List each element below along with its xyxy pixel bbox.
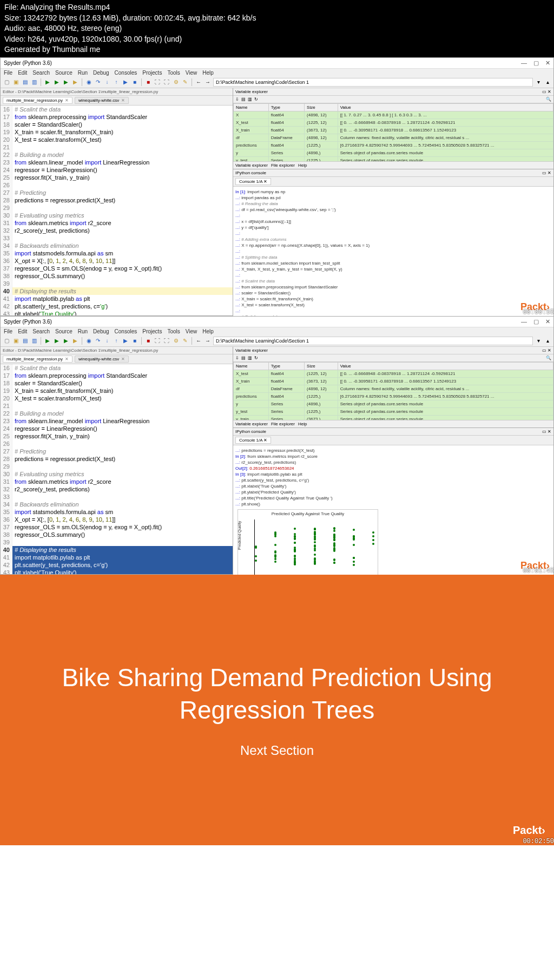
code-line[interactable]: 28predictions = regressor.predict(X_test… — [1, 196, 233, 204]
tab-multiple-linear-regression[interactable]: multiple_linear_regression.py✕ — [3, 356, 72, 363]
variable-row[interactable]: Xfloat64(4898, 12)[[ 1. 7. 0.27 ... 3. 0… — [234, 111, 553, 119]
run-cell-icon[interactable]: ▶ — [53, 78, 61, 86]
menu-projects[interactable]: Projects — [142, 70, 162, 76]
refresh-icon[interactable]: ↻ — [254, 97, 258, 102]
parent-dir-icon[interactable]: ▴ — [544, 337, 551, 345]
maximize-pane-icon[interactable]: ⛶ — [154, 337, 161, 345]
menu-tools[interactable]: Tools — [167, 70, 180, 76]
code-line[interactable]: 30# Evaluating using metrics — [1, 470, 233, 478]
step-over-icon[interactable]: ↷ — [94, 78, 102, 86]
step-out-icon[interactable]: ↑ — [113, 337, 120, 345]
run-icon[interactable]: ▶ — [44, 78, 51, 86]
variable-row[interactable]: ySeries(4898,)Series object of pandas.co… — [234, 149, 553, 156]
back-icon[interactable]: ← — [195, 337, 202, 345]
code-line[interactable]: 20X_test = scaler.transform(X_test) — [1, 136, 233, 143]
col-name[interactable]: Name — [234, 103, 269, 111]
minimize-button[interactable]: — — [521, 60, 527, 67]
import-data-icon[interactable]: ⇩ — [235, 356, 239, 360]
save-all-icon[interactable]: ▥ — [30, 78, 38, 86]
code-line[interactable]: 31from sklearn.metrics import r2_score — [1, 219, 233, 227]
tab-winequality-csv[interactable]: winequality-white.csv✕ — [75, 356, 129, 363]
refresh-icon[interactable]: ↻ — [254, 356, 258, 360]
menu-tools[interactable]: Tools — [167, 328, 180, 334]
new-file-icon[interactable]: ▢ — [3, 337, 10, 345]
menu-edit[interactable]: Edit — [18, 70, 27, 76]
menu-consoles[interactable]: Consoles — [115, 328, 137, 334]
fullscreen-icon[interactable]: ⛶ — [163, 78, 170, 86]
menu-run[interactable]: Run — [78, 70, 88, 76]
parent-dir-icon[interactable]: ▴ — [544, 78, 551, 86]
stop-debug-icon[interactable]: ■ — [131, 78, 138, 86]
debug-icon[interactable]: ◉ — [85, 78, 93, 86]
search-icon[interactable]: 🔍 — [546, 356, 551, 360]
code-line[interactable]: 39 — [1, 280, 233, 287]
code-line[interactable]: 17from sklearn.preprocessing import Stan… — [1, 113, 233, 121]
menu-debug[interactable]: Debug — [93, 70, 109, 76]
variable-table[interactable]: Name Type Size Value X_testfloat64(1225,… — [233, 362, 553, 420]
pythonpath-icon[interactable]: ✎ — [181, 337, 189, 345]
step-into-icon[interactable]: ↓ — [103, 337, 111, 345]
code-line[interactable]: 16# Scalint the data — [1, 106, 233, 113]
code-line[interactable]: 39 — [1, 538, 233, 546]
console-tab[interactable]: Console 1/A ✕ — [235, 178, 271, 185]
close-icon[interactable]: ✕ — [65, 98, 69, 103]
pythonpath-icon[interactable]: ✎ — [181, 78, 189, 86]
code-line[interactable]: 43plt.xlabel('True Quality') — [1, 569, 233, 574]
variable-row[interactable]: predictionsfloat64(1225,)[6.27166379 4.8… — [234, 392, 553, 400]
menu-file[interactable]: File — [4, 70, 12, 76]
code-line[interactable]: 29 — [1, 463, 233, 470]
step-into-icon[interactable]: ↓ — [103, 78, 111, 86]
code-line[interactable]: 21 — [1, 402, 233, 410]
code-line[interactable]: 34# Backwards elimination — [1, 501, 233, 508]
close-icon[interactable]: ✕ — [263, 438, 267, 443]
variable-row[interactable]: X_trainfloat64(3673, 12)[[ 0. ... -0.309… — [234, 377, 553, 385]
variable-row[interactable]: y_trainSeries(3673,)Series object of pan… — [234, 415, 553, 420]
code-line[interactable]: 27# Predicting — [1, 448, 233, 455]
step-over-icon[interactable]: ↷ — [94, 337, 102, 345]
code-line[interactable]: 23from sklearn.linear_model import Linea… — [1, 159, 233, 166]
variable-row[interactable]: y_testSeries(1225,)Series object of pand… — [234, 156, 553, 161]
preferences-icon[interactable]: ⚙ — [172, 337, 180, 345]
run-cell-advance-icon[interactable]: ▶ — [62, 337, 70, 345]
close-icon[interactable]: ✕ — [263, 179, 267, 184]
maximize-button[interactable]: ▢ — [533, 60, 539, 67]
code-line[interactable]: 41import matplotlib.pylab as plt — [1, 554, 233, 561]
code-editor[interactable]: 16# Scalint the data17from sklearn.prepr… — [1, 364, 233, 574]
stop-icon[interactable]: ■ — [144, 337, 152, 345]
menu-edit[interactable]: Edit — [18, 328, 27, 334]
code-line[interactable]: 24regressor = LinearRegression() — [1, 166, 233, 174]
variable-row[interactable]: dfDataFrame(4898, 12)Column names: fixed… — [234, 385, 553, 392]
browse-folder-icon[interactable]: ▾ — [535, 337, 542, 345]
browse-folder-icon[interactable]: ▾ — [535, 78, 542, 86]
preferences-icon[interactable]: ⚙ — [172, 78, 180, 86]
code-line[interactable]: 36X_opt = X[:, [0, 1, 2, 4, 6, 8, 9, 10,… — [1, 257, 233, 265]
code-line[interactable]: 18scaler = StandardScaler() — [1, 121, 233, 128]
maximize-button[interactable]: ▢ — [533, 318, 539, 325]
menu-search[interactable]: Search — [32, 70, 50, 76]
import-data-icon[interactable]: ⇩ — [235, 97, 239, 102]
fullscreen-icon[interactable]: ⛶ — [163, 337, 170, 345]
code-line[interactable]: 28predictions = regressor.predict(X_test… — [1, 455, 233, 463]
save-icon[interactable]: ▤ — [21, 78, 29, 86]
menu-projects[interactable]: Projects — [142, 328, 162, 334]
pane-options-icon[interactable]: ▭ ✕ — [542, 348, 551, 353]
menu-search[interactable]: Search — [32, 328, 50, 334]
save-data-as-icon[interactable]: ▥ — [248, 97, 252, 102]
working-directory-input[interactable] — [213, 337, 533, 345]
working-directory-input[interactable] — [213, 78, 533, 87]
menu-help[interactable]: Help — [202, 70, 214, 76]
pane-options-icon[interactable]: ▭ ✕ — [542, 89, 551, 94]
code-line[interactable]: 29 — [1, 204, 233, 212]
tab-help[interactable]: Help — [298, 163, 307, 168]
code-line[interactable]: 32r2_score(y_test, predictions) — [1, 485, 233, 493]
continue-icon[interactable]: ▶ — [122, 78, 129, 86]
variable-row[interactable]: predictionsfloat64(1225,)[6.27166379 4.8… — [234, 141, 553, 149]
run-icon[interactable]: ▶ — [44, 337, 51, 345]
run-selection-icon[interactable]: ▶ — [71, 337, 79, 345]
code-line[interactable]: 26 — [1, 440, 233, 448]
code-line[interactable]: 35import statsmodels.formula.api as sm — [1, 508, 233, 516]
menu-view[interactable]: View — [186, 328, 197, 334]
col-size[interactable]: Size — [305, 103, 338, 111]
menu-source[interactable]: Source — [55, 328, 72, 334]
code-line[interactable]: 22# Building a model — [1, 151, 233, 159]
